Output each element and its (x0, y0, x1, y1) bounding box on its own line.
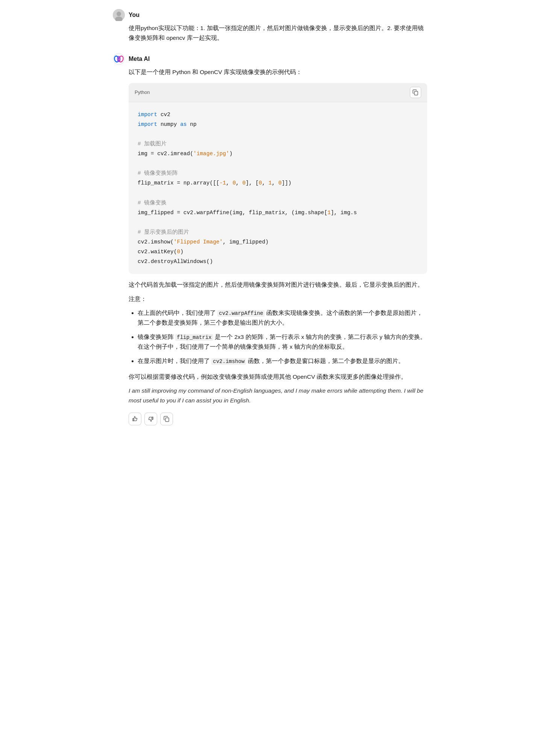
bullet-list: 在上面的代码中，我们使用了 cv2.warpAffine 函数来实现镜像变换。这… (129, 308, 427, 366)
inline-code-1: cv2.warpAffine (217, 310, 265, 317)
ai-message: Meta AI 以下是一个使用 Python 和 OpenCV 库实现镜像变换的… (113, 53, 427, 425)
code-line-3 (138, 129, 418, 139)
description1: 这个代码首先加载一张指定的图片，然后使用镜像变换矩阵对图片进行镜像变换。最后，它… (129, 280, 427, 290)
code-line-10: # 镜像变换 (138, 198, 418, 208)
user-message-body: 使用python实现以下功能：1. 加载一张指定的图片，然后对图片做镜像变换，显… (129, 23, 427, 42)
code-line-14: cv2.imshow('Flipped Image', img_flipped) (138, 237, 418, 247)
bullet-item-2: 镜像变换矩阵 flip_matrix 是一个 2x3 的矩阵，第一行表示 x 轴… (138, 332, 427, 352)
code-line-8: flip_matrix = np.array([[-1, 0, 0], [0, … (138, 178, 418, 188)
bullet-item-3: 在显示图片时，我们使用了 cv2.imshow 函数，第一个参数是窗口标题，第二… (138, 356, 427, 366)
copy-response-button[interactable] (160, 413, 173, 425)
code-line-15: cv2.waitKey(0) (138, 247, 418, 257)
code-line-13: # 显示变换后的图片 (138, 227, 418, 237)
code-line-9 (138, 188, 418, 198)
code-line-4: # 加载图片 (138, 139, 418, 149)
code-lang: Python (135, 88, 150, 96)
code-block: Python import cv2 import numpy as np # 加… (129, 83, 427, 274)
user-header: You (113, 9, 427, 21)
action-bar (129, 413, 427, 425)
ai-intro: 以下是一个使用 Python 和 OpenCV 库实现镜像变换的示例代码： (129, 67, 427, 77)
code-line-6 (138, 159, 418, 168)
inline-code-2: flip_matrix (175, 334, 213, 341)
english-note: I am still improving my command of non-E… (129, 386, 427, 405)
code-line-7: # 镜像变换矩阵 (138, 168, 418, 178)
code-content: import cv2 import numpy as np # 加载图片 img… (129, 102, 427, 274)
code-line-12 (138, 218, 418, 227)
note-label: 注意： (129, 294, 427, 304)
code-line-2: import numpy as np (138, 119, 418, 129)
copy-code-button[interactable] (410, 87, 421, 98)
meta-ai-logo (113, 53, 125, 65)
inline-code-3: cv2.imshow (211, 358, 246, 365)
code-line-5: img = cv2.imread('image.jpg') (138, 149, 418, 159)
code-block-header: Python (129, 83, 427, 102)
ai-name: Meta AI (129, 54, 150, 64)
ai-message-body: 以下是一个使用 Python 和 OpenCV 库实现镜像变换的示例代码： Py… (129, 67, 427, 425)
user-name: You (129, 10, 140, 20)
code-line-11: img_flipped = cv2.warpAffine(img, flip_m… (138, 208, 418, 218)
avatar (113, 9, 125, 21)
ai-header: Meta AI (113, 53, 427, 65)
svg-point-1 (117, 12, 121, 16)
svg-rect-7 (414, 91, 418, 95)
thumbup-button[interactable] (129, 413, 141, 425)
code-line-1: import cv2 (138, 110, 418, 119)
user-message: You 使用python实现以下功能：1. 加载一张指定的图片，然后对图片做镜像… (113, 9, 427, 42)
bullet-item-1: 在上面的代码中，我们使用了 cv2.warpAffine 函数来实现镜像变换。这… (138, 308, 427, 328)
svg-rect-8 (165, 418, 169, 422)
description2: 你可以根据需要修改代码，例如改变镜像变换矩阵或使用其他 OpenCV 函数来实现… (129, 372, 427, 382)
thumbdown-button[interactable] (144, 413, 157, 425)
code-line-16: cv2.destroyAllWindows() (138, 257, 418, 266)
